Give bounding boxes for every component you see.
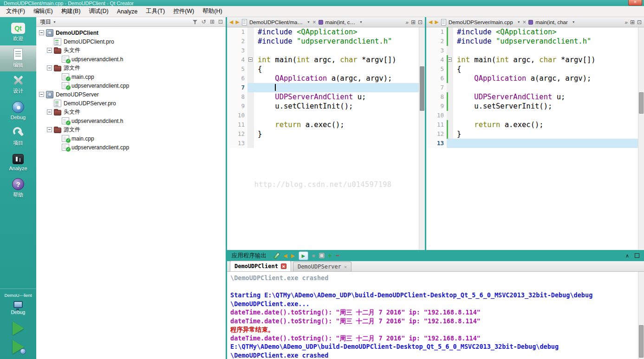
output-tab-demoudpclient[interactable]: DemoUDPClient× [230,261,291,271]
title-bar[interactable]: DemoUDPClient/main.cpp - DemoUDPClient -… [0,0,644,6]
collapse-expander-icon[interactable] [47,65,52,71]
code-line[interactable]: 4int main(int argc, char *argv[]) [227,55,419,64]
chevron-down-icon[interactable]: ▼ [307,20,310,24]
code-line[interactable]: 6 QApplication a(argc, argv); [227,74,419,83]
code-line[interactable]: 3 [426,46,638,55]
close-tab-icon[interactable]: × [281,263,286,269]
stop-icon[interactable]: ■ [312,253,315,258]
code-line[interactable]: 9 u.setServerInit(); [426,102,638,111]
go-back-icon[interactable]: ◀ [229,19,233,25]
code-line[interactable]: 3 [227,46,419,55]
build-config-button[interactable]: Debug [11,300,26,319]
code-line[interactable]: 5{ [227,64,419,74]
code-line[interactable]: 8 UDPServerAndClient u; [426,92,638,102]
mode-welcome[interactable]: 欢迎 [0,19,36,45]
rerun-icon[interactable]: ▶ [299,251,308,260]
code-fold-icon[interactable] [448,58,452,62]
close-pane-icon[interactable]: ⊡ [218,19,223,25]
close-tab-icon[interactable]: × [344,264,347,270]
zoom-out-icon[interactable]: − [336,252,339,259]
tree-item[interactable]: DemoUDPClient [36,28,226,37]
tree-item[interactable]: udpserverandclient.h [36,55,226,64]
collapse-expander-icon[interactable] [39,30,44,35]
split-pane-icon[interactable]: ⊞ [210,19,215,25]
close-document-icon[interactable]: × [523,19,527,26]
project-panel-title[interactable]: 项目 [40,18,51,26]
output-tab-demoudpserver[interactable]: DemoUDPServer× [293,262,352,271]
output-scrollbar[interactable] [638,272,644,359]
editor-scrollbar[interactable] [419,27,425,250]
menu-item-5[interactable]: 工具(T) [142,6,169,17]
mode-help[interactable]: 帮助 [0,175,36,201]
zoom-in-icon[interactable]: + [328,252,332,259]
previous-item-icon[interactable]: ◀ [283,253,287,259]
tree-item[interactable]: 头文件 [36,108,226,116]
code-area[interactable]: 1#include <QApplication>2#include "udpse… [227,27,419,250]
chevron-down-icon[interactable]: ▼ [517,20,520,24]
symbol-selector[interactable]: main(int, char [535,19,568,25]
code-line[interactable]: 13 [426,139,638,148]
split-editor-icon[interactable]: ⊞ [630,19,635,26]
tree-item[interactable]: DemoUDPClient.pro [36,37,226,46]
debug-run-button[interactable] [8,339,28,355]
code-line[interactable]: 7 [426,83,638,92]
tree-item[interactable]: main.cpp [36,134,226,143]
toolbar-overflow-icon[interactable]: » [405,19,408,25]
collapse-expander-icon[interactable] [39,92,44,97]
code-line[interactable]: 6 QApplication a(argc, argv); [426,74,638,83]
kill-process-icon[interactable] [319,253,325,258]
tree-item[interactable]: udpserverandclient.cpp [36,81,226,90]
tree-item[interactable]: main.cpp [36,72,226,81]
close-split-icon[interactable]: ⊡ [418,19,423,26]
document-selector[interactable]: DemoUDPServer/main.cpp [449,19,513,25]
window-close-button[interactable]: × [628,0,642,6]
mode-edit[interactable]: 编辑 [0,45,36,71]
filter-tree-icon[interactable] [193,19,198,25]
collapse-expander-icon[interactable] [47,127,52,132]
code-fold-icon[interactable] [248,58,253,62]
code-line[interactable]: 8 UDPServerAndClient u; [227,92,419,102]
code-line[interactable]: 13 [227,139,419,148]
tree-item[interactable]: udpserverandclient.h [36,116,226,125]
code-line[interactable]: 9 u.setClientInit(); [227,102,419,111]
symbol-selector[interactable]: main(int, c… [325,19,356,25]
code-line[interactable]: 1#include <QApplication> [426,27,638,37]
code-line[interactable]: 2#include "udpserverandclient.h" [426,37,638,46]
code-line[interactable]: 10 [227,111,419,120]
close-document-icon[interactable]: × [312,19,316,26]
menu-item-6[interactable]: 控件(W) [169,6,198,17]
collapse-expander-icon[interactable] [47,48,52,53]
next-item-icon[interactable]: ▶ [291,253,294,259]
clean-output-icon[interactable] [273,252,280,259]
code-line[interactable]: 11 return a.exec(); [227,120,419,129]
scrollbar-thumb[interactable] [639,92,644,114]
menu-item-7[interactable]: 帮助(H) [198,6,226,17]
close-split-icon[interactable]: ⊡ [637,19,642,26]
scrollbar-thumb[interactable] [639,325,644,358]
chevron-down-icon[interactable]: ▼ [572,20,575,24]
code-line[interactable]: 1#include <QApplication> [227,27,419,37]
run-button[interactable] [8,320,28,337]
tree-item[interactable]: udpserverandclient.cpp [36,143,226,152]
code-line[interactable]: 12} [227,129,419,139]
editor-scrollbar[interactable] [638,27,644,250]
split-editor-icon[interactable]: ⊞ [411,19,416,26]
tree-item[interactable]: DemoUDPServer.pro [36,99,226,108]
mode-analyze[interactable]: Analyze [0,149,36,175]
code-line[interactable]: 12} [426,129,638,139]
code-line[interactable]: 2#include "udpserverandclient.h" [227,37,419,46]
collapse-expander-icon[interactable] [47,109,52,115]
mode-debug[interactable]: Debug [0,97,36,123]
tree-item[interactable]: 源文件 [36,64,226,72]
menu-item-2[interactable]: 构建(B) [57,6,85,17]
tree-item[interactable]: 头文件 [36,46,226,55]
menu-item-1[interactable]: 编辑(E) [29,6,57,17]
menu-item-0[interactable]: 文件(F) [2,6,29,17]
kit-selector-button[interactable]: DemoU---lient [3,291,33,300]
output-pane-title[interactable]: 应用程序输出 [232,252,267,260]
code-line[interactable]: 5{ [426,64,638,74]
code-line[interactable]: 11 return a.exec(); [426,120,638,129]
go-back-icon[interactable]: ◀ [429,19,432,25]
code-line[interactable]: 10 [426,111,638,120]
chevron-down-icon[interactable]: ▼ [53,20,56,24]
